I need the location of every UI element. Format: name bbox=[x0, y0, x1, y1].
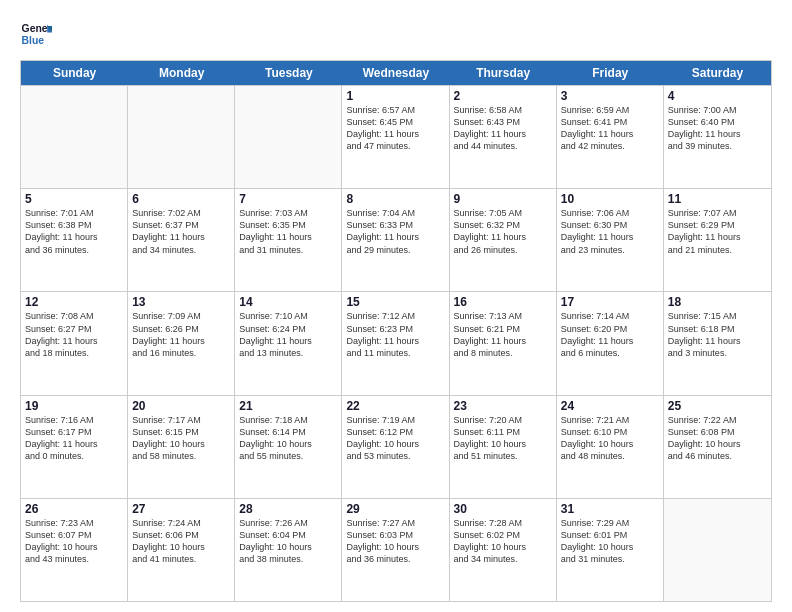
cell-info: Sunrise: 7:17 AMSunset: 6:15 PMDaylight:… bbox=[132, 414, 230, 463]
day-number: 17 bbox=[561, 295, 659, 309]
day-number: 4 bbox=[668, 89, 767, 103]
cell-info: Sunrise: 6:58 AMSunset: 6:43 PMDaylight:… bbox=[454, 104, 552, 153]
cell-info: Sunrise: 7:24 AMSunset: 6:06 PMDaylight:… bbox=[132, 517, 230, 566]
calendar-cell bbox=[664, 499, 771, 601]
calendar-row-4: 26Sunrise: 7:23 AMSunset: 6:07 PMDayligh… bbox=[21, 498, 771, 601]
header-day-tuesday: Tuesday bbox=[235, 61, 342, 85]
calendar-cell bbox=[128, 86, 235, 188]
day-number: 25 bbox=[668, 399, 767, 413]
day-number: 10 bbox=[561, 192, 659, 206]
calendar-cell: 27Sunrise: 7:24 AMSunset: 6:06 PMDayligh… bbox=[128, 499, 235, 601]
logo: General Blue bbox=[20, 18, 56, 50]
day-number: 5 bbox=[25, 192, 123, 206]
cell-info: Sunrise: 7:08 AMSunset: 6:27 PMDaylight:… bbox=[25, 310, 123, 359]
calendar-cell: 10Sunrise: 7:06 AMSunset: 6:30 PMDayligh… bbox=[557, 189, 664, 291]
header: General Blue bbox=[20, 18, 772, 50]
cell-info: Sunrise: 7:07 AMSunset: 6:29 PMDaylight:… bbox=[668, 207, 767, 256]
day-number: 29 bbox=[346, 502, 444, 516]
cell-info: Sunrise: 7:18 AMSunset: 6:14 PMDaylight:… bbox=[239, 414, 337, 463]
header-day-saturday: Saturday bbox=[664, 61, 771, 85]
day-number: 21 bbox=[239, 399, 337, 413]
calendar-row-0: 1Sunrise: 6:57 AMSunset: 6:45 PMDaylight… bbox=[21, 85, 771, 188]
day-number: 13 bbox=[132, 295, 230, 309]
calendar-cell: 12Sunrise: 7:08 AMSunset: 6:27 PMDayligh… bbox=[21, 292, 128, 394]
day-number: 11 bbox=[668, 192, 767, 206]
day-number: 7 bbox=[239, 192, 337, 206]
calendar-cell: 9Sunrise: 7:05 AMSunset: 6:32 PMDaylight… bbox=[450, 189, 557, 291]
calendar-header: SundayMondayTuesdayWednesdayThursdayFrid… bbox=[21, 61, 771, 85]
day-number: 19 bbox=[25, 399, 123, 413]
calendar-row-2: 12Sunrise: 7:08 AMSunset: 6:27 PMDayligh… bbox=[21, 291, 771, 394]
calendar-cell: 23Sunrise: 7:20 AMSunset: 6:11 PMDayligh… bbox=[450, 396, 557, 498]
calendar-cell: 15Sunrise: 7:12 AMSunset: 6:23 PMDayligh… bbox=[342, 292, 449, 394]
day-number: 22 bbox=[346, 399, 444, 413]
calendar-cell: 8Sunrise: 7:04 AMSunset: 6:33 PMDaylight… bbox=[342, 189, 449, 291]
day-number: 3 bbox=[561, 89, 659, 103]
calendar-cell: 6Sunrise: 7:02 AMSunset: 6:37 PMDaylight… bbox=[128, 189, 235, 291]
cell-info: Sunrise: 7:00 AMSunset: 6:40 PMDaylight:… bbox=[668, 104, 767, 153]
cell-info: Sunrise: 7:28 AMSunset: 6:02 PMDaylight:… bbox=[454, 517, 552, 566]
day-number: 8 bbox=[346, 192, 444, 206]
calendar-cell: 13Sunrise: 7:09 AMSunset: 6:26 PMDayligh… bbox=[128, 292, 235, 394]
day-number: 18 bbox=[668, 295, 767, 309]
calendar-cell: 18Sunrise: 7:15 AMSunset: 6:18 PMDayligh… bbox=[664, 292, 771, 394]
calendar-cell: 1Sunrise: 6:57 AMSunset: 6:45 PMDaylight… bbox=[342, 86, 449, 188]
calendar-cell: 28Sunrise: 7:26 AMSunset: 6:04 PMDayligh… bbox=[235, 499, 342, 601]
calendar-cell bbox=[235, 86, 342, 188]
day-number: 30 bbox=[454, 502, 552, 516]
day-number: 6 bbox=[132, 192, 230, 206]
calendar-cell: 11Sunrise: 7:07 AMSunset: 6:29 PMDayligh… bbox=[664, 189, 771, 291]
page: General Blue SundayMondayTuesdayWednesda… bbox=[0, 0, 792, 612]
cell-info: Sunrise: 7:05 AMSunset: 6:32 PMDaylight:… bbox=[454, 207, 552, 256]
header-day-monday: Monday bbox=[128, 61, 235, 85]
svg-text:Blue: Blue bbox=[22, 35, 45, 46]
calendar-cell: 16Sunrise: 7:13 AMSunset: 6:21 PMDayligh… bbox=[450, 292, 557, 394]
cell-info: Sunrise: 7:06 AMSunset: 6:30 PMDaylight:… bbox=[561, 207, 659, 256]
cell-info: Sunrise: 7:21 AMSunset: 6:10 PMDaylight:… bbox=[561, 414, 659, 463]
day-number: 9 bbox=[454, 192, 552, 206]
day-number: 28 bbox=[239, 502, 337, 516]
cell-info: Sunrise: 7:19 AMSunset: 6:12 PMDaylight:… bbox=[346, 414, 444, 463]
day-number: 14 bbox=[239, 295, 337, 309]
calendar-cell: 30Sunrise: 7:28 AMSunset: 6:02 PMDayligh… bbox=[450, 499, 557, 601]
cell-info: Sunrise: 7:22 AMSunset: 6:08 PMDaylight:… bbox=[668, 414, 767, 463]
calendar-cell: 31Sunrise: 7:29 AMSunset: 6:01 PMDayligh… bbox=[557, 499, 664, 601]
day-number: 31 bbox=[561, 502, 659, 516]
calendar-cell: 14Sunrise: 7:10 AMSunset: 6:24 PMDayligh… bbox=[235, 292, 342, 394]
day-number: 23 bbox=[454, 399, 552, 413]
calendar-cell: 5Sunrise: 7:01 AMSunset: 6:38 PMDaylight… bbox=[21, 189, 128, 291]
calendar-row-3: 19Sunrise: 7:16 AMSunset: 6:17 PMDayligh… bbox=[21, 395, 771, 498]
calendar-cell: 17Sunrise: 7:14 AMSunset: 6:20 PMDayligh… bbox=[557, 292, 664, 394]
cell-info: Sunrise: 7:03 AMSunset: 6:35 PMDaylight:… bbox=[239, 207, 337, 256]
calendar-cell: 20Sunrise: 7:17 AMSunset: 6:15 PMDayligh… bbox=[128, 396, 235, 498]
day-number: 2 bbox=[454, 89, 552, 103]
cell-info: Sunrise: 7:27 AMSunset: 6:03 PMDaylight:… bbox=[346, 517, 444, 566]
header-day-wednesday: Wednesday bbox=[342, 61, 449, 85]
calendar-cell: 29Sunrise: 7:27 AMSunset: 6:03 PMDayligh… bbox=[342, 499, 449, 601]
calendar: SundayMondayTuesdayWednesdayThursdayFrid… bbox=[20, 60, 772, 602]
calendar-cell: 4Sunrise: 7:00 AMSunset: 6:40 PMDaylight… bbox=[664, 86, 771, 188]
calendar-cell: 2Sunrise: 6:58 AMSunset: 6:43 PMDaylight… bbox=[450, 86, 557, 188]
day-number: 16 bbox=[454, 295, 552, 309]
day-number: 26 bbox=[25, 502, 123, 516]
cell-info: Sunrise: 7:09 AMSunset: 6:26 PMDaylight:… bbox=[132, 310, 230, 359]
day-number: 15 bbox=[346, 295, 444, 309]
day-number: 24 bbox=[561, 399, 659, 413]
calendar-cell: 19Sunrise: 7:16 AMSunset: 6:17 PMDayligh… bbox=[21, 396, 128, 498]
calendar-cell: 26Sunrise: 7:23 AMSunset: 6:07 PMDayligh… bbox=[21, 499, 128, 601]
header-day-thursday: Thursday bbox=[450, 61, 557, 85]
cell-info: Sunrise: 6:57 AMSunset: 6:45 PMDaylight:… bbox=[346, 104, 444, 153]
cell-info: Sunrise: 7:01 AMSunset: 6:38 PMDaylight:… bbox=[25, 207, 123, 256]
cell-info: Sunrise: 7:15 AMSunset: 6:18 PMDaylight:… bbox=[668, 310, 767, 359]
logo-icon: General Blue bbox=[20, 18, 52, 50]
cell-info: Sunrise: 7:14 AMSunset: 6:20 PMDaylight:… bbox=[561, 310, 659, 359]
cell-info: Sunrise: 7:26 AMSunset: 6:04 PMDaylight:… bbox=[239, 517, 337, 566]
day-number: 1 bbox=[346, 89, 444, 103]
cell-info: Sunrise: 7:23 AMSunset: 6:07 PMDaylight:… bbox=[25, 517, 123, 566]
calendar-cell: 21Sunrise: 7:18 AMSunset: 6:14 PMDayligh… bbox=[235, 396, 342, 498]
calendar-body: 1Sunrise: 6:57 AMSunset: 6:45 PMDaylight… bbox=[21, 85, 771, 601]
cell-info: Sunrise: 7:13 AMSunset: 6:21 PMDaylight:… bbox=[454, 310, 552, 359]
calendar-cell: 25Sunrise: 7:22 AMSunset: 6:08 PMDayligh… bbox=[664, 396, 771, 498]
cell-info: Sunrise: 7:29 AMSunset: 6:01 PMDaylight:… bbox=[561, 517, 659, 566]
calendar-cell: 22Sunrise: 7:19 AMSunset: 6:12 PMDayligh… bbox=[342, 396, 449, 498]
